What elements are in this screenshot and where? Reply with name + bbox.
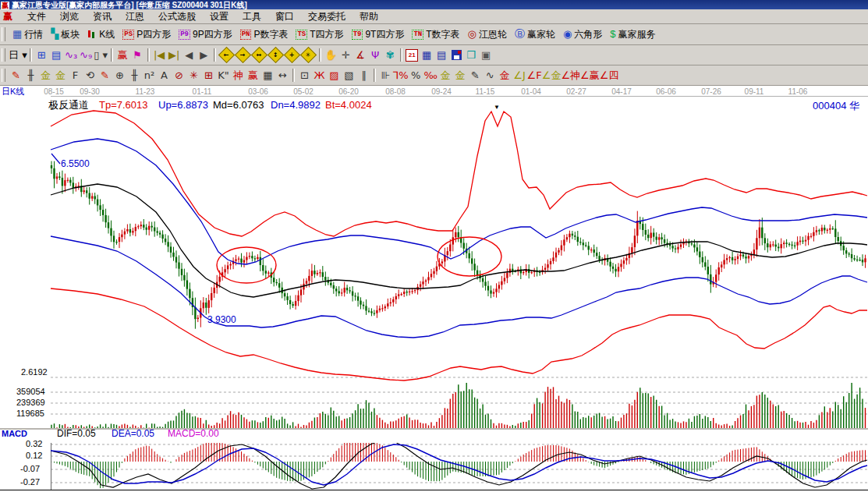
draw-protractor-icon[interactable]: A <box>157 68 172 83</box>
first-bar-icon[interactable]: |◀ <box>152 48 167 62</box>
draw-angle-shen-icon[interactable]: ∠神 <box>561 68 580 83</box>
draw-gold-grid-2-icon[interactable]: 金 <box>53 68 68 83</box>
toolbar-grip[interactable] <box>2 27 5 41</box>
calendar-icon[interactable]: 21 <box>405 48 420 62</box>
draw-angle-win-icon[interactable]: ∠赢 <box>580 68 600 83</box>
menu-item-9[interactable]: 帮助 <box>353 10 385 23</box>
draw-fan-box-icon[interactable]: ▨ <box>327 68 342 83</box>
next-bar-icon[interactable]: ▶ <box>197 48 211 62</box>
draw-angle-gold-icon[interactable]: ∠金 <box>542 68 562 83</box>
toolbar-button-quotes[interactable]: ▦行情 <box>9 27 47 42</box>
draw-bar-ruler-icon[interactable]: ╫ <box>127 68 142 83</box>
menu-item-4[interactable]: 公式选股 <box>151 10 203 23</box>
draw-pen-measure-icon[interactable]: ✎ <box>468 68 483 83</box>
toolbar-button-t-digit-table[interactable]: TNT数字表 <box>408 27 463 42</box>
cycle-tool-icon[interactable]: ✾ <box>383 48 398 62</box>
draw-spiral-icon[interactable]: ⟲ <box>83 68 97 83</box>
toolbar-button-p-digit-table[interactable]: PNP数字表 <box>236 27 292 42</box>
draw-permille-icon[interactable]: ‰ <box>423 68 438 83</box>
draw-shen-grid-icon[interactable]: 神 <box>231 68 246 83</box>
toolbar-button-9p-square[interactable]: P99P四方形 <box>175 27 236 42</box>
draw-win-grid-icon[interactable]: 赢 <box>246 68 260 83</box>
draw-angle-j-icon[interactable]: ∠J <box>512 68 527 83</box>
zoom-v-icon[interactable]: ↕ <box>267 48 284 62</box>
save-icon[interactable] <box>449 48 464 62</box>
toolbar-button-p-square[interactable]: PSP四方形 <box>119 27 175 42</box>
draw-span-arrow-icon[interactable]: ↔ <box>275 68 290 83</box>
toolbar-button-label: 六角形 <box>574 28 602 41</box>
menu-item-5[interactable]: 设置 <box>203 10 236 23</box>
remote-pc-icon[interactable]: ▣ <box>479 48 494 62</box>
view-toolbar: 日 ▾⊞▤∿₃∿₉▯ ▾赢⚑|◀▶|◀▶←→↔↕+✳✋✛∡Ψ✾21▦▤❒▣ <box>0 45 868 65</box>
macd-dea-value: DEA=0.05 <box>112 429 154 439</box>
draw-star-web-icon[interactable]: ✳ <box>186 68 201 83</box>
zoom-all-icon[interactable]: ✳ <box>300 48 317 62</box>
draw-pencil-icon[interactable]: ✎ <box>9 68 23 83</box>
toolbar-grip[interactable] <box>2 69 5 83</box>
menu-item-3[interactable]: 江恩 <box>119 10 151 23</box>
draw-k-mark-icon[interactable]: K" <box>216 68 231 83</box>
period-day-icon[interactable]: 日 ▾ <box>9 48 27 62</box>
last-bar-icon[interactable]: ▶| <box>167 48 182 62</box>
draw-circle-scale-icon[interactable]: ⊕ <box>112 68 127 83</box>
draw-grid-box-icon[interactable]: ▦ <box>260 68 275 83</box>
draw-gold-circle-icon[interactable]: 金 <box>438 68 453 83</box>
menu-item-0[interactable]: 文件 <box>20 10 53 23</box>
info-view-icon[interactable]: ▤ <box>49 48 64 62</box>
draw-time-ruler-icon[interactable]: ╫ <box>23 68 38 83</box>
zoom-in-icon[interactable]: + <box>284 48 300 62</box>
net-update-icon[interactable]: ❒ <box>464 48 479 62</box>
toolbar-button-winner-service[interactable]: $赢家服务 <box>606 27 659 42</box>
toolbar-button-9t-square[interactable]: T99T四方形 <box>348 27 409 42</box>
menu-item-7[interactable]: 窗口 <box>268 10 301 23</box>
board-view-icon[interactable]: ⊞ <box>34 48 49 62</box>
draw-compass-icon[interactable]: ⊘ <box>172 68 186 83</box>
draw-gold-grid-1-icon[interactable]: 金 <box>38 68 53 83</box>
toolbar-button-gann-wheel[interactable]: ◎江恩轮 <box>464 27 511 42</box>
toolbar-button-winner-wheel[interactable]: Ⓑ赢家轮 <box>511 27 559 42</box>
calculator-icon[interactable]: ▦ <box>420 48 434 62</box>
draw-fibo-f-icon[interactable]: F <box>68 68 83 83</box>
crosshair-tool-icon[interactable]: ✛ <box>338 48 353 62</box>
draw-parallel-lines-icon[interactable]: ∥ <box>356 68 371 83</box>
pan-right-icon[interactable]: → <box>235 48 251 62</box>
draw-percent-icon[interactable]: % <box>409 68 423 83</box>
wave-3-icon[interactable]: ∿₃ <box>64 48 79 62</box>
hand-tool-icon[interactable]: ✋ <box>324 48 338 62</box>
draw-web-box-icon[interactable]: ⊞ <box>201 68 216 83</box>
draw-wave-tool-icon[interactable]: ∿ <box>483 68 498 83</box>
toolbar-button-t-square[interactable]: TST四方形 <box>292 27 347 42</box>
box-select-icon[interactable]: ▯ ▾ <box>94 48 108 62</box>
menu-item-1[interactable]: 浏览 <box>53 10 86 23</box>
draw-angle-f-icon[interactable]: ∠F <box>527 68 542 83</box>
menu-item-6[interactable]: 工具 <box>236 10 268 23</box>
pan-left-icon[interactable]: ← <box>218 48 235 62</box>
angle-measure-icon[interactable]: ∡ <box>353 48 368 62</box>
notepad-icon[interactable]: ▤ <box>434 48 449 62</box>
wave-9-icon[interactable]: ∿₉ <box>79 48 94 62</box>
draw-pencil-2-icon[interactable]: ✎ <box>97 68 112 83</box>
menu-item-2[interactable]: 资讯 <box>86 10 119 23</box>
toolbar-button-hexagon[interactable]: ◉六角形 <box>559 27 606 42</box>
toolbar-button-kline[interactable]: K线 <box>83 27 119 42</box>
draw-n-square-icon[interactable]: n² <box>142 68 157 83</box>
zoom-h-icon[interactable]: ↔ <box>251 48 267 62</box>
draw-percent-7-icon[interactable]: ⅂% <box>393 68 409 83</box>
gann-tool-icon[interactable]: Ψ <box>368 48 383 62</box>
flag-marker-icon[interactable]: ⚑ <box>130 48 145 62</box>
draw-line-box-icon[interactable]: ▧ <box>342 68 356 83</box>
draw-angle-four-icon[interactable]: ∠四 <box>600 68 619 83</box>
toolbar-grip[interactable] <box>2 48 5 62</box>
draw-gold-lines-icon[interactable]: 金 <box>453 68 468 83</box>
prev-bar-icon[interactable]: ◀ <box>182 48 197 62</box>
draw-rect-tool-icon[interactable]: ⊡ <box>297 68 312 83</box>
draw-scale-bars-icon[interactable]: ⊪ <box>378 68 393 83</box>
title-bar[interactable]: 赢赢家江恩专业版[赢家内部服务平台] [华意压缩 SZ000404 301日K线… <box>0 0 868 9</box>
draw-gold-red-icon[interactable]: 金 <box>498 68 512 83</box>
quotes-icon: ▦ <box>12 29 22 40</box>
menu-item-8[interactable]: 交易委托 <box>301 10 353 23</box>
toolbar-button-label: 行情 <box>24 28 43 41</box>
toolbar-button-sectors[interactable]: ▚板块 <box>47 27 83 42</box>
draw-fan-lines-icon[interactable]: Ж <box>312 68 327 83</box>
winner-chart-icon[interactable]: 赢 <box>115 48 130 62</box>
